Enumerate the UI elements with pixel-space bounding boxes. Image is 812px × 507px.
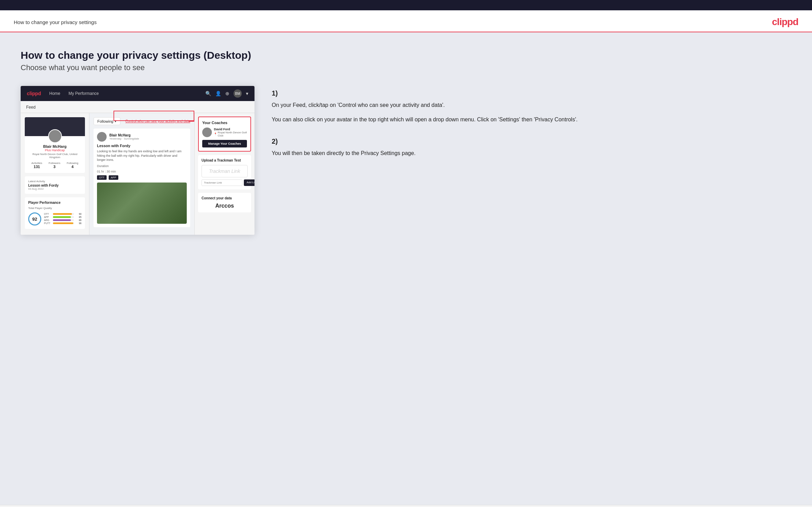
step-1-para-2: You can also click on your avatar in the… [272, 115, 791, 124]
stat-value-following: 4 [67, 165, 78, 169]
tag-ott: OTT [97, 175, 107, 180]
la-title: Lesson with Fordy [28, 184, 82, 187]
trackman-card: Upload a Trackman Test Trackman Link Add… [198, 155, 251, 189]
profile-stats: Activities 131 Followers 3 Following 4 [28, 162, 82, 169]
bar-app: APP 85 [44, 216, 82, 218]
bar-label-ott: OTT [44, 213, 52, 215]
profile-avatar [48, 129, 62, 143]
quality-bars: OTT 90 APP [44, 213, 82, 225]
post-description: Looking to feel like my hands are exitin… [97, 149, 187, 162]
post-author-avatar [97, 132, 107, 142]
bar-track-arg [53, 219, 74, 221]
add-link-button[interactable]: Add Link [244, 179, 255, 186]
step-2-text: You will then be taken directly to the P… [272, 149, 791, 158]
search-icon: 🔍 [205, 91, 211, 96]
page-subtitle: Choose what you want people to see [21, 63, 791, 72]
quality-score-value: 92 [32, 217, 37, 222]
page-title: How to change your privacy settings (Des… [21, 49, 791, 61]
bar-fill-putt [53, 222, 73, 224]
bar-label-app: APP [44, 216, 52, 218]
coach-club: Royal North Devon Golf Club [218, 131, 247, 137]
stat-label-activities: Activities [31, 162, 42, 165]
avatar: BM [234, 89, 242, 98]
following-row: Following ▾ Control who can see your act… [94, 117, 190, 125]
coaches-card: Your Coaches David Ford 📍 Royal North De… [198, 117, 251, 152]
profile-club: Royal North Devon Golf Club, United King… [28, 153, 82, 159]
bar-fill-app [53, 216, 71, 218]
instructions-panel: 1) On your Feed, click/tap on 'Control w… [272, 86, 791, 172]
post-author-name: Blair McHarg [109, 133, 139, 137]
feed-main: Following ▾ Control who can see your act… [89, 113, 194, 235]
bar-value-putt: 96 [75, 222, 82, 224]
bar-label-putt: PUTT [44, 222, 52, 224]
bar-track-app [53, 216, 74, 218]
trackman-placeholder-text: Trackman Link [209, 168, 240, 174]
bar-value-app: 85 [75, 216, 82, 218]
quality-score-circle: 92 [28, 212, 41, 225]
post-duration: Duration [97, 164, 187, 168]
post-card: Blair McHarg Yesterday · Sunningdale Les… [94, 129, 190, 227]
trackman-input[interactable] [202, 179, 242, 186]
trackman-placeholder: Trackman Link [202, 165, 248, 177]
footer: Copyright Clippd 2022 [0, 505, 812, 507]
plus-circle-icon: ⊕ [225, 91, 229, 96]
control-privacy-link[interactable]: Control who can see your activity and da… [126, 119, 190, 123]
coach-club-row: 📍 Royal North Devon Golf Club [214, 131, 247, 137]
pp-quality-row: 92 OTT 90 [28, 212, 82, 225]
connect-title: Connect your data [202, 196, 248, 200]
chevron-down-icon: ▾ [246, 91, 248, 96]
post-title: Lesson with Fordy [97, 144, 187, 148]
pp-subtitle: Total Player Quality [28, 207, 82, 210]
duration-label: Duration [97, 164, 109, 168]
step-1-para-1: On your Feed, click/tap on 'Control who … [272, 101, 791, 110]
post-author-meta: Yesterday · Sunningdale [109, 137, 139, 140]
bar-fill-arg [53, 219, 71, 221]
post-author-info: Blair McHarg Yesterday · Sunningdale [109, 133, 139, 140]
pp-title: Player Performance [28, 201, 82, 205]
app-nav: clippd Home My Performance 🔍 👤 ⊕ BM ▾ [21, 86, 255, 101]
stat-label-following: Following [67, 162, 78, 165]
bar-ott: OTT 90 [44, 213, 82, 215]
step-2-number: 2) [272, 137, 791, 145]
post-image [97, 183, 187, 224]
stat-value-activities: 131 [31, 165, 42, 169]
clippd-logo: clippd [772, 16, 798, 27]
main-content: How to change your privacy settings (Des… [0, 32, 812, 505]
coach-avatar [202, 128, 212, 137]
app-nav-performance: My Performance [68, 91, 99, 96]
content-layout: clippd Home My Performance 🔍 👤 ⊕ BM ▾ Fe… [21, 86, 791, 235]
coaches-title: Your Coaches [202, 121, 247, 125]
stat-activities: Activities 131 [31, 162, 42, 169]
post-tags: OTT APP [97, 175, 187, 180]
step-2-block: 2) You will then be taken directly to th… [272, 137, 791, 158]
bar-value-ott: 90 [75, 213, 82, 215]
profile-banner [25, 117, 85, 136]
step-1-block: 1) On your Feed, click/tap on 'Control w… [272, 89, 791, 124]
browser-tab-title: How to change your privacy settings [14, 19, 97, 25]
app-body: Blair McHarg Plus Handicap Royal North D… [21, 113, 255, 235]
bar-fill-ott [53, 213, 72, 215]
bar-value-arg: 86 [75, 219, 82, 221]
coach-info: David Ford 📍 Royal North Devon Golf Club [214, 128, 247, 137]
bar-arg: ARG 86 [44, 219, 82, 221]
stat-following: Following 4 [67, 162, 78, 169]
connect-data-card: Connect your data Arccos [198, 193, 251, 212]
app-right-sidebar: Your Coaches David Ford 📍 Royal North De… [194, 113, 255, 235]
app-nav-icons: 🔍 👤 ⊕ BM ▾ [205, 89, 248, 98]
profile-tier: Plus Handicap [28, 148, 82, 152]
screenshot-mockup: clippd Home My Performance 🔍 👤 ⊕ BM ▾ Fe… [21, 86, 255, 235]
step-1-number: 1) [272, 89, 791, 97]
top-bar [0, 0, 812, 10]
stat-value-followers: 3 [48, 165, 60, 169]
trackman-title: Upload a Trackman Test [202, 158, 248, 162]
tag-app: APP [109, 175, 118, 180]
location-icon: 📍 [214, 133, 217, 135]
app-nav-logo: clippd [27, 91, 41, 96]
trackman-input-row: Add Link [202, 179, 248, 186]
following-button[interactable]: Following ▾ [94, 117, 120, 125]
bar-track-putt [53, 222, 74, 224]
bar-track-ott [53, 213, 74, 215]
latest-activity-card: Latest Activity Lesson with Fordy 03 Aug… [25, 176, 85, 194]
manage-coaches-button[interactable]: Manage Your Coaches [202, 140, 247, 147]
feed-tab[interactable]: Feed [26, 105, 35, 110]
